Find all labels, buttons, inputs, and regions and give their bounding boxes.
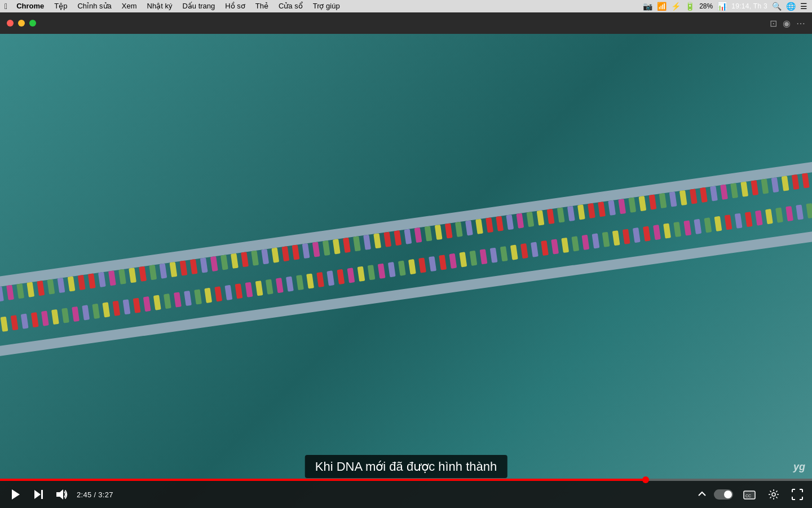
svg-rect-144 bbox=[710, 186, 718, 201]
svg-rect-62 bbox=[292, 245, 300, 260]
svg-rect-156 bbox=[771, 177, 779, 192]
menu-extra-icon[interactable]: ☰ bbox=[800, 2, 807, 11]
svg-rect-100 bbox=[486, 217, 493, 233]
svg-rect-139 bbox=[684, 221, 692, 236]
svg-rect-91 bbox=[439, 255, 447, 270]
svg-rect-54 bbox=[251, 251, 259, 266]
svg-rect-115 bbox=[562, 238, 570, 253]
clock-display: 19:14, Th 3 bbox=[731, 2, 767, 10]
controls-row: 2:45 / 3:27 CC bbox=[0, 481, 812, 508]
svg-rect-113 bbox=[551, 239, 559, 255]
svg-rect-11 bbox=[31, 312, 39, 327]
svg-marker-166 bbox=[12, 489, 20, 500]
svg-rect-93 bbox=[449, 253, 457, 269]
svg-rect-154 bbox=[761, 179, 769, 194]
menu-cuaso[interactable]: Cửa sổ bbox=[274, 0, 307, 12]
fullscreen-button[interactable] bbox=[789, 487, 805, 502]
settings-button[interactable] bbox=[766, 487, 782, 502]
svg-rect-34 bbox=[149, 265, 157, 280]
svg-rect-61 bbox=[286, 277, 294, 292]
progress-fill bbox=[0, 479, 646, 481]
svg-rect-99 bbox=[480, 249, 488, 264]
svg-rect-101 bbox=[490, 248, 498, 263]
svg-rect-5 bbox=[1, 317, 8, 332]
svg-rect-121 bbox=[592, 233, 600, 248]
svg-rect-159 bbox=[785, 206, 793, 221]
svg-rect-74 bbox=[353, 236, 361, 251]
svg-rect-73 bbox=[347, 268, 355, 283]
svg-rect-124 bbox=[608, 200, 616, 216]
svg-rect-143 bbox=[704, 217, 712, 233]
progress-dot[interactable] bbox=[642, 476, 649, 483]
menu-bar:  Chrome Tệp Chỉnh sửa Xem Nhật ký Dấu t… bbox=[0, 0, 812, 12]
svg-rect-97 bbox=[470, 251, 478, 266]
svg-rect-136 bbox=[669, 192, 677, 207]
svg-rect-31 bbox=[133, 298, 141, 313]
profile-icon[interactable]: ◉ bbox=[783, 18, 791, 29]
svg-rect-132 bbox=[649, 195, 657, 210]
svg-rect-129 bbox=[633, 227, 641, 243]
svg-rect-111 bbox=[541, 240, 549, 256]
svg-rect-56 bbox=[262, 249, 270, 264]
svg-rect-38 bbox=[170, 262, 178, 277]
menu-dautrang[interactable]: Dấu trang bbox=[178, 0, 219, 12]
menu-chrome[interactable]: Chrome bbox=[12, 0, 48, 12]
menu-hoso[interactable]: Hồ sơ bbox=[220, 0, 250, 12]
search-icon[interactable]: 🔍 bbox=[772, 2, 782, 11]
svg-rect-50 bbox=[231, 253, 239, 269]
svg-rect-15 bbox=[51, 309, 59, 325]
svg-rect-33 bbox=[143, 296, 151, 312]
svg-rect-28 bbox=[118, 269, 126, 284]
svg-rect-57 bbox=[266, 279, 273, 295]
bluetooth-icon: ⚡ bbox=[671, 2, 681, 11]
menubar-right: 📷 📶 ⚡ 🔋 28% 📊 19:14, Th 3 🔍 🌐 ☰ bbox=[643, 2, 807, 11]
svg-rect-47 bbox=[215, 286, 223, 301]
captions-button[interactable]: CC bbox=[741, 486, 758, 503]
svg-rect-27 bbox=[113, 301, 121, 316]
time-display: 2:45 / 3:27 bbox=[77, 491, 113, 499]
menu-the[interactable]: Thẻ bbox=[251, 0, 273, 12]
svg-rect-29 bbox=[123, 299, 131, 314]
svg-rect-127 bbox=[623, 229, 630, 244]
svg-marker-167 bbox=[34, 490, 41, 499]
svg-rect-19 bbox=[72, 306, 80, 322]
svg-rect-82 bbox=[394, 230, 402, 246]
next-button[interactable] bbox=[30, 487, 46, 502]
svg-rect-89 bbox=[429, 256, 436, 271]
apple-logo[interactable]:  bbox=[5, 2, 7, 11]
wifi-icon: 📶 bbox=[657, 2, 667, 11]
chevron-up-icon[interactable] bbox=[697, 489, 707, 501]
svg-rect-153 bbox=[755, 211, 763, 226]
menu-chinhedit[interactable]: Chỉnh sửa bbox=[73, 0, 116, 12]
volume-button[interactable] bbox=[53, 486, 70, 503]
svg-rect-79 bbox=[378, 264, 386, 279]
minimize-button[interactable] bbox=[18, 20, 25, 27]
svg-rect-66 bbox=[312, 242, 320, 257]
notification-icon[interactable]: 🌐 bbox=[786, 2, 796, 11]
progress-bar[interactable] bbox=[0, 479, 812, 481]
menu-nhatky[interactable]: Nhật ký bbox=[143, 0, 177, 12]
subtitle-text: Khi DNA mới đã được hình thành bbox=[305, 455, 508, 478]
menu-xem[interactable]: Xem bbox=[117, 0, 142, 12]
svg-rect-152 bbox=[751, 180, 759, 195]
menu-tep[interactable]: Tệp bbox=[50, 0, 72, 12]
stats-icon: 📊 bbox=[717, 2, 727, 11]
more-options-icon[interactable]: ⋯ bbox=[796, 18, 805, 29]
close-button[interactable] bbox=[7, 20, 14, 27]
svg-rect-71 bbox=[337, 269, 345, 284]
menu-trogiup[interactable]: Trợ giúp bbox=[308, 0, 345, 12]
svg-rect-18 bbox=[68, 277, 76, 292]
svg-rect-49 bbox=[225, 285, 233, 300]
svg-rect-81 bbox=[388, 262, 396, 277]
video-controls-bar: 2:45 / 3:27 CC bbox=[0, 479, 812, 508]
svg-rect-95 bbox=[460, 252, 467, 267]
svg-rect-42 bbox=[190, 259, 198, 274]
autoplay-toggle[interactable] bbox=[714, 489, 733, 500]
maximize-button[interactable] bbox=[29, 20, 36, 27]
play-button[interactable] bbox=[7, 486, 24, 503]
svg-rect-125 bbox=[612, 230, 620, 246]
video-player[interactable]: Khi DNA mới đã được hình thành yg bbox=[0, 34, 812, 508]
svg-rect-117 bbox=[572, 237, 580, 252]
cast-icon[interactable]: ⊡ bbox=[770, 18, 777, 29]
svg-rect-168 bbox=[41, 490, 43, 499]
